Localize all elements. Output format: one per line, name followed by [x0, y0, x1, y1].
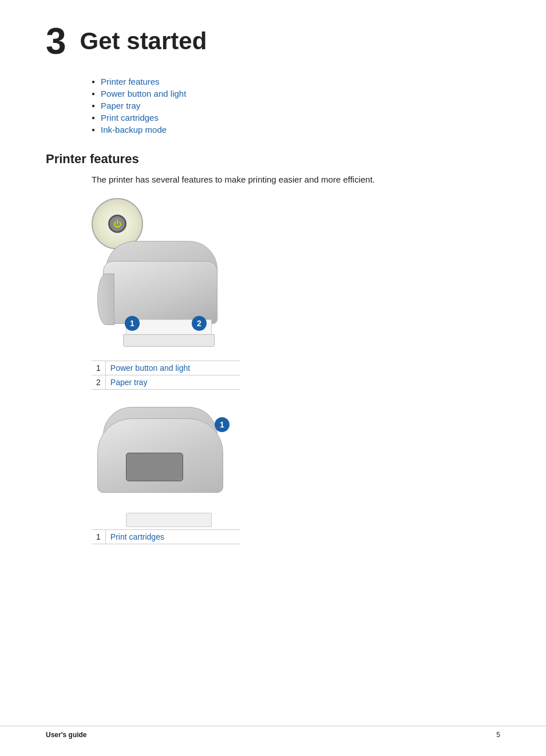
footer-page-number: 5: [496, 731, 500, 739]
printer-cartridge: [126, 453, 183, 481]
callout-label-1: Power button and light: [105, 361, 240, 375]
chapter-header: 3 Get started: [46, 23, 500, 60]
figure1-area: 1 2 1 Power button and light 2 Paper tra…: [92, 198, 500, 390]
table-row: 1 Power button and light: [92, 361, 240, 375]
power-btn-icon: [108, 215, 126, 233]
table-row: 1 Print cartridges: [92, 530, 240, 544]
callout-number-1: 1: [92, 361, 105, 375]
callout-link-paper-tray[interactable]: Paper tray: [110, 378, 148, 387]
printer-side-left: [97, 274, 114, 325]
printer-figure2: 1: [92, 401, 240, 527]
callout-link-power-button[interactable]: Power button and light: [110, 363, 190, 373]
table-row: 2 Paper tray: [92, 375, 240, 390]
callout-number-2: 2: [92, 375, 105, 390]
chapter-title: Get started: [80, 28, 207, 54]
section-intro: The printer has several features to make…: [92, 175, 500, 184]
page: 3 Get started Printer features Power but…: [0, 0, 546, 590]
figure2-area: 1 1 Print cartridges: [92, 401, 500, 544]
callout-label-fig2-1: Print cartridges: [105, 530, 240, 544]
figure1-callout-table: 1 Power button and light 2 Paper tray: [92, 361, 240, 390]
callout-circle-fig2-1: 1: [215, 417, 230, 432]
section-heading-printer-features: Printer features: [46, 152, 500, 167]
footer-label: User's guide: [46, 731, 87, 739]
toc-link-paper-tray[interactable]: Paper tray: [101, 101, 140, 110]
callout-label-2: Paper tray: [105, 375, 240, 390]
printer-paper2: [126, 513, 212, 527]
toc-link-print-cartridges[interactable]: Print cartridges: [101, 113, 159, 122]
toc-item-ink-backup: Ink-backup mode: [92, 125, 500, 134]
printer-body1: [103, 261, 217, 324]
toc-link-ink-backup[interactable]: Ink-backup mode: [101, 125, 167, 134]
chapter-number: 3: [46, 23, 66, 60]
printer-features-section: Printer features The printer has several…: [46, 152, 500, 184]
figure2-callout-table: 1 Print cartridges: [92, 529, 240, 544]
footer: User's guide 5: [0, 726, 546, 739]
printer-figure1: 1 2: [92, 198, 240, 358]
toc-link-power-button[interactable]: Power button and light: [101, 89, 186, 98]
callout-number-fig2-1: 1: [92, 530, 105, 544]
toc-item-power-button: Power button and light: [92, 89, 500, 98]
callout-circle-2: 2: [192, 316, 207, 331]
toc-item-printer-features: Printer features: [92, 77, 500, 86]
toc-item-print-cartridges: Print cartridges: [92, 113, 500, 122]
toc-link-printer-features[interactable]: Printer features: [101, 77, 160, 86]
printer-output1: [123, 334, 215, 347]
callout-circle-1: 1: [125, 316, 140, 331]
toc-item-paper-tray: Paper tray: [92, 101, 500, 110]
toc-list: Printer features Power button and light …: [92, 77, 500, 134]
callout-link-print-cartridges[interactable]: Print cartridges: [110, 532, 164, 541]
